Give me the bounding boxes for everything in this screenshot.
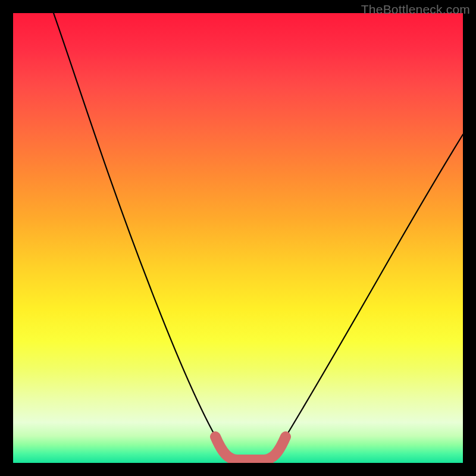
bottleneck-curve: [54, 13, 463, 462]
watermark-text: TheBottleneck.com: [361, 2, 470, 17]
valley-highlight-path: [215, 437, 286, 460]
curve-layer: [13, 13, 463, 463]
chart-stage: TheBottleneck.com: [0, 0, 476, 476]
plot-area: [13, 13, 463, 463]
